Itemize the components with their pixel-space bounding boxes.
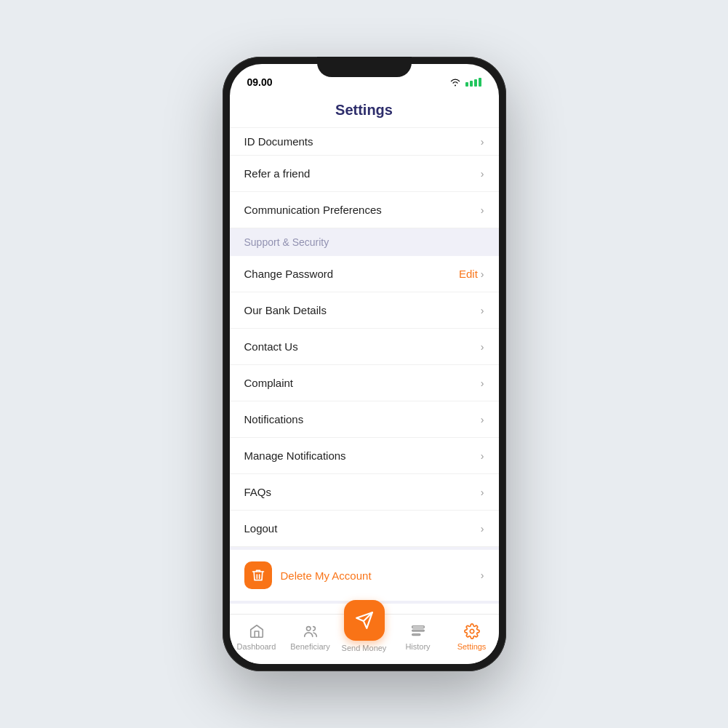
edit-label[interactable]: Edit bbox=[459, 268, 478, 280]
refer-friend-item[interactable]: Refer a friend › bbox=[230, 156, 499, 192]
nav-item-send-money[interactable]: Send Money bbox=[337, 620, 391, 652]
notifications-item[interactable]: Notifications › bbox=[230, 401, 499, 438]
nav-label-send-money: Send Money bbox=[342, 644, 387, 652]
faqs-item[interactable]: FAQs › bbox=[230, 474, 499, 511]
id-documents-item[interactable]: ID Documents › bbox=[230, 128, 499, 156]
our-bank-details-item[interactable]: Our Bank Details › bbox=[230, 292, 499, 329]
home-icon bbox=[248, 623, 265, 640]
delete-account-left: Delete My Account bbox=[244, 561, 372, 589]
change-password-item[interactable]: Change Password Edit › bbox=[230, 256, 499, 292]
delete-account-section: Delete My Account › bbox=[230, 547, 499, 604]
settings-icon bbox=[463, 623, 481, 640]
nav-label-settings: Settings bbox=[457, 642, 487, 651]
id-documents-label: ID Documents bbox=[244, 135, 313, 148]
svg-rect-3 bbox=[412, 625, 424, 628]
chevron-right-icon: › bbox=[481, 305, 484, 316]
chevron-right-icon: › bbox=[481, 414, 484, 425]
page-wrapper: 09.00 bbox=[0, 0, 728, 728]
nav-item-settings[interactable]: Settings bbox=[445, 623, 499, 651]
delete-account-label: Delete My Account bbox=[281, 569, 372, 582]
wifi-icon bbox=[449, 78, 461, 87]
send-money-fab[interactable] bbox=[344, 600, 385, 641]
svg-rect-5 bbox=[412, 633, 420, 635]
support-security-label: Support & Security bbox=[244, 236, 329, 248]
manage-notifications-label: Manage Notifications bbox=[244, 449, 346, 462]
contact-us-item[interactable]: Contact Us › bbox=[230, 329, 499, 365]
nav-label-history: History bbox=[405, 642, 430, 651]
notifications-label: Notifications bbox=[244, 413, 304, 425]
phone-screen: 09.00 bbox=[230, 64, 499, 664]
chevron-right-icon: › bbox=[481, 341, 484, 353]
logout-label: Logout bbox=[244, 522, 278, 535]
chevron-right-icon: › bbox=[481, 487, 484, 498]
nav-label-beneficiary: Beneficiary bbox=[290, 642, 329, 651]
our-bank-details-label: Our Bank Details bbox=[244, 304, 327, 316]
change-password-label: Change Password bbox=[244, 268, 334, 280]
settings-content: ID Documents › Refer a friend › Communic… bbox=[230, 128, 499, 614]
communication-preferences-label: Communication Preferences bbox=[244, 204, 382, 216]
battery-icon bbox=[465, 78, 481, 87]
chevron-right-icon: › bbox=[481, 136, 484, 148]
chevron-right-icon: › bbox=[481, 569, 484, 581]
phone-notch bbox=[317, 57, 412, 77]
status-icons bbox=[449, 78, 481, 87]
page-title: Settings bbox=[335, 102, 393, 118]
users-icon bbox=[302, 623, 319, 640]
complaint-item[interactable]: Complaint › bbox=[230, 365, 499, 401]
contact-us-label: Contact Us bbox=[244, 340, 298, 353]
svg-point-0 bbox=[306, 626, 311, 631]
page-header: Settings bbox=[230, 96, 499, 128]
communication-preferences-item[interactable]: Communication Preferences › bbox=[230, 192, 499, 228]
delete-account-item[interactable]: Delete My Account › bbox=[230, 550, 499, 601]
phone-device: 09.00 bbox=[223, 57, 506, 671]
complaint-label: Complaint bbox=[244, 377, 294, 389]
nav-item-dashboard[interactable]: Dashboard bbox=[230, 623, 284, 651]
status-time: 09.00 bbox=[247, 76, 273, 88]
change-password-right: Edit › bbox=[459, 268, 484, 280]
faqs-label: FAQs bbox=[244, 486, 272, 498]
chevron-right-icon: › bbox=[481, 523, 484, 535]
bottom-nav: Dashboard Beneficiary bbox=[230, 614, 499, 664]
delete-icon-circle bbox=[244, 561, 272, 589]
nav-item-history[interactable]: History bbox=[391, 623, 445, 651]
send-icon bbox=[355, 611, 374, 630]
chevron-right-icon: › bbox=[481, 204, 484, 216]
chevron-right-icon: › bbox=[481, 450, 484, 462]
svg-point-6 bbox=[470, 629, 474, 633]
nav-item-beneficiary[interactable]: Beneficiary bbox=[284, 623, 337, 651]
refer-friend-label: Refer a friend bbox=[244, 167, 311, 180]
chevron-right-icon: › bbox=[481, 377, 484, 389]
history-icon bbox=[409, 623, 427, 640]
chevron-right-icon: › bbox=[481, 268, 484, 280]
manage-notifications-item[interactable]: Manage Notifications › bbox=[230, 438, 499, 474]
chevron-right-icon: › bbox=[481, 168, 484, 180]
svg-rect-4 bbox=[412, 630, 424, 631]
nav-label-dashboard: Dashboard bbox=[237, 642, 276, 651]
logout-item[interactable]: Logout › bbox=[230, 511, 499, 547]
support-security-section: Support & Security bbox=[230, 228, 499, 256]
trash-icon bbox=[251, 568, 265, 583]
